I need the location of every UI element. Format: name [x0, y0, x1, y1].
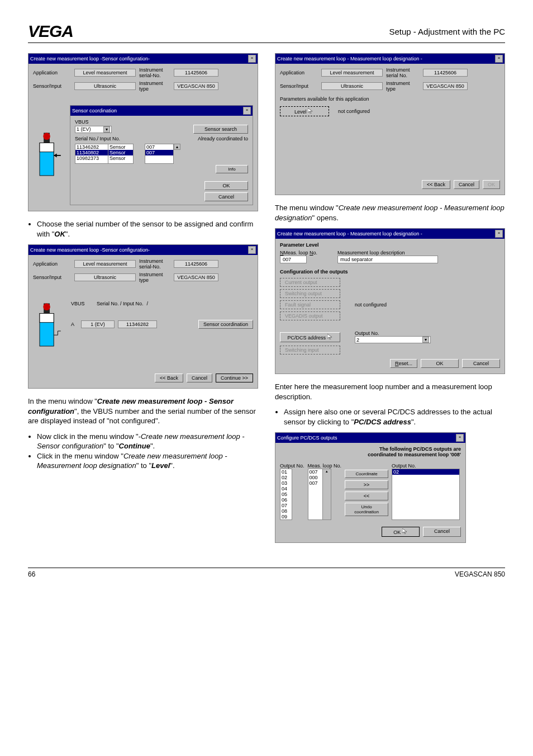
dialog-title: Configure PC/DCS outputs [277, 435, 337, 441]
label-serial-input: Serial No./ Input No. [75, 136, 120, 141]
cursor-icon [402, 528, 408, 534]
cursor-icon [327, 334, 333, 339]
label-mloop-no: NMeas. loop No.Meas. loop No. [280, 250, 317, 256]
close-icon[interactable]: × [456, 434, 464, 442]
close-icon[interactable]: × [248, 55, 256, 63]
cancel-button[interactable]: Cancel [423, 527, 461, 537]
page-number: 66 [28, 570, 35, 578]
sensor-coordination-button[interactable]: Sensor coordination [198, 320, 253, 329]
undo-coord-button[interactable]: Undo coordination [345, 503, 388, 516]
mloop-list[interactable]: 007000007 ▴ [308, 469, 331, 520]
close-icon[interactable]: × [248, 246, 256, 254]
tank-icon [33, 301, 66, 351]
back-button[interactable]: << Back [155, 374, 183, 382]
product-name: VEGASCAN 850 [455, 570, 505, 578]
vegadis-output-button: VEGADIS output [280, 311, 340, 320]
field-a-vbus: 1 (EV) [81, 320, 115, 328]
label-instr-type: Instrument type [139, 81, 170, 92]
paragraph-enter-mloop: Enter here the measurement loop number a… [275, 382, 505, 401]
svg-rect-2 [40, 143, 54, 152]
paragraph-sensor-config: In the menu window "Create new measureme… [28, 396, 258, 426]
dialog-title: Create new measurement loop - Measuremen… [277, 231, 422, 237]
label-vbus: VBUS [75, 119, 248, 125]
sensor-search-button[interactable]: Sensor search [193, 125, 248, 134]
page-footer: 66 VEGASCAN 850 [28, 568, 505, 578]
level-button[interactable]: Level [280, 106, 329, 116]
cancel-button[interactable]: Cancel [204, 192, 248, 201]
field-desc[interactable]: mud separator [337, 256, 438, 263]
label-params-available: Parameters available for this applicatio… [280, 96, 500, 102]
reset-button[interactable]: Reset... [390, 359, 417, 368]
paragraph-mloop-opens: The menu window "Create new measurement … [275, 203, 505, 223]
inner-title: Sensor coordination [72, 108, 117, 114]
section-title: Setup - Adjustment with the PC [389, 27, 505, 36]
continue-button[interactable]: Continue >> [216, 374, 253, 382]
fault-signal-button: Fault signal [280, 300, 340, 309]
field-sensor-input: Ultrasonic [74, 82, 136, 90]
serial-list[interactable]: 11346282 11340802 10982373 [75, 144, 108, 164]
field-mloop-no[interactable]: 007 [280, 256, 307, 263]
dialog-mloop-designation-level: Create new measurement loop - Measuremen… [275, 53, 505, 195]
dialog-sensor-configuration: Create new measurement loop -Sensor conf… [28, 244, 258, 389]
ok-button-disabled: OK [483, 180, 500, 189]
coordinate-button[interactable]: Coordinate [345, 470, 388, 478]
output-no-dropdown[interactable]: 2▾ [355, 336, 431, 343]
switching-output-button: Switching output [280, 289, 340, 298]
tank-icon [33, 130, 66, 181]
ok-button[interactable]: OK [204, 181, 248, 190]
output-list-right[interactable]: 02 [392, 469, 460, 520]
label-application: Application [33, 70, 71, 75]
label-instr-serial: Instrument serial-No. [139, 67, 170, 78]
field-instr-serial: 11425606 [174, 69, 218, 77]
ok-button[interactable]: OK [421, 359, 459, 368]
label-not-configured: not configured [338, 108, 370, 114]
coord-list[interactable]: 007 007 [145, 144, 174, 164]
dialog-title: Create new measurement loop -Sensor conf… [30, 56, 150, 62]
label-config-outputs: Configuration of the outputs [280, 269, 500, 275]
output-list-left[interactable]: 010203040506070809 [280, 469, 292, 520]
svg-point-8 [43, 304, 50, 311]
dialog-configure-pcdcs: Configure PC/DCS outputs × The following… [275, 432, 466, 543]
dialog-title: Create new measurement loop -Sensor conf… [30, 247, 150, 253]
label-already-coord: Already coordinated to [198, 136, 248, 141]
close-icon[interactable]: × [243, 107, 251, 115]
label-output-no: Output No. [355, 330, 431, 336]
label-desc: Measurement loop description [337, 250, 438, 256]
switching-input-button: Switching input [280, 346, 340, 355]
page-header: VEGA Setup - Adjustment with the PC [28, 22, 505, 43]
pcdcs-address-button[interactable]: PC/DCS address [280, 332, 340, 342]
field-instr-type: VEGASCAN 850 [174, 82, 218, 90]
vbus-dropdown[interactable]: 1 (EV)▾ [75, 126, 112, 133]
field-a-serial: 11346282 [118, 320, 157, 328]
cursor-icon [308, 108, 315, 114]
cancel-button[interactable]: Cancel [187, 374, 212, 382]
cancel-button[interactable]: Cancel [462, 359, 500, 368]
label-serialno: Serial No. / Input No. [97, 301, 144, 306]
close-icon[interactable]: × [495, 230, 503, 238]
dialog-mloop-designation-params: Create new measurement loop - Measuremen… [275, 228, 505, 374]
field-application: Level measurement [74, 69, 136, 77]
cancel-button[interactable]: Cancel [454, 180, 479, 189]
svg-text:VEGA: VEGA [28, 22, 73, 40]
dialog-title: Create new measurement loop - Measuremen… [277, 56, 422, 62]
close-icon[interactable]: × [495, 55, 503, 63]
param-heading: Parameter Level [280, 242, 500, 248]
svg-rect-6 [40, 314, 54, 323]
label-output-no-right: Output No. [392, 463, 460, 469]
label-vbus: VBUS [71, 301, 93, 306]
back-button[interactable]: << Back [422, 180, 450, 189]
dialog-sensor-coordination-popup: Create new measurement loop -Sensor conf… [28, 53, 258, 211]
info-button[interactable]: Info [216, 165, 248, 173]
label-mloop-no: Meas. loop No. [308, 463, 342, 469]
current-output-button: Current output [280, 278, 340, 287]
bullet-choose-serial: Choose the serial number of the sensor t… [28, 219, 258, 239]
heading-pcdcs: The following PC/DCS outputs are coordin… [358, 446, 461, 457]
backward-button[interactable]: << [345, 492, 388, 500]
svg-point-4 [43, 133, 50, 140]
vega-logo: VEGA [28, 22, 84, 40]
forward-button[interactable]: >> [345, 480, 388, 489]
ok-button[interactable]: OK [382, 527, 420, 537]
label-a: A [71, 322, 78, 327]
label-sensor-input: Sensor/Input [33, 83, 71, 89]
bullet-list-left: Now click in the menu window "-Create ne… [28, 432, 258, 471]
